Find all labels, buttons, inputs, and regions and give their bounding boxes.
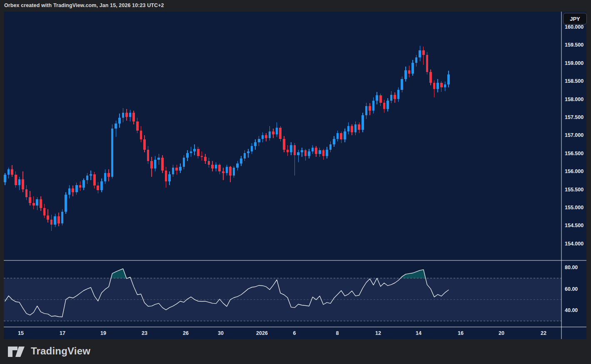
time-label: 20 xyxy=(499,330,504,336)
candle-up xyxy=(82,180,85,187)
candle-down xyxy=(358,124,360,130)
price-tick-label: 155.000 xyxy=(565,205,584,210)
candle-up xyxy=(115,124,117,129)
candle-down xyxy=(379,95,382,102)
candle-up xyxy=(240,158,242,163)
candle-up xyxy=(344,131,346,139)
candle-up xyxy=(65,195,67,212)
candle-down xyxy=(97,186,99,190)
price-tick-label: 160.000 xyxy=(565,24,584,30)
candle-down xyxy=(394,95,396,99)
candle-up xyxy=(308,151,310,156)
candle-up xyxy=(179,167,182,171)
candle-down xyxy=(429,72,432,83)
price-tick-label: 156.500 xyxy=(565,151,584,156)
candle-up xyxy=(36,199,38,206)
candle-down xyxy=(29,197,31,203)
candle-down xyxy=(408,70,411,74)
candle-up xyxy=(75,185,78,192)
candle-down xyxy=(229,167,232,176)
candle-up xyxy=(269,131,271,138)
time-label: 19 xyxy=(100,330,106,336)
price-tick-label: 154.500 xyxy=(565,223,584,228)
candle-up xyxy=(190,151,192,153)
candle-up xyxy=(247,151,249,153)
candle-up xyxy=(276,128,278,134)
candle-up xyxy=(157,158,160,160)
candle-down xyxy=(57,216,60,223)
time-label: 14 xyxy=(416,330,421,336)
candle-up xyxy=(354,124,357,132)
candle-up xyxy=(172,168,175,174)
candle-down xyxy=(143,139,146,149)
chart-area[interactable]: 160.000159.500159.000158.500158.000157.5… xyxy=(4,12,586,339)
candle-down xyxy=(340,133,342,139)
candle-down xyxy=(132,113,135,121)
candle-down xyxy=(218,165,221,171)
candle-down xyxy=(426,55,429,72)
candle-up xyxy=(297,152,299,155)
candle-up xyxy=(401,79,403,90)
candle-down xyxy=(136,121,139,131)
candle-down xyxy=(40,199,42,208)
candle-up xyxy=(376,95,378,101)
candle-up xyxy=(290,145,292,152)
candle-up xyxy=(90,174,92,176)
candle-down xyxy=(272,131,274,134)
candle-up xyxy=(301,150,303,152)
candle-down xyxy=(279,128,282,139)
candle-up xyxy=(154,160,157,168)
candle-down xyxy=(25,189,28,197)
candle-down xyxy=(150,161,153,168)
candle-up xyxy=(68,188,71,195)
candle-up xyxy=(258,139,260,143)
candle-down xyxy=(47,215,49,220)
candle-up xyxy=(226,167,228,173)
time-label: 2026 xyxy=(256,330,268,336)
candle-up xyxy=(337,133,339,139)
chart-attribution: Orbex created with TradingView.com, Jan … xyxy=(4,2,164,11)
candle-up xyxy=(436,83,439,89)
candle-down xyxy=(204,157,207,161)
candle-up xyxy=(4,175,6,182)
candle-up xyxy=(168,174,171,181)
time-label: 15 xyxy=(18,330,24,336)
candle-down xyxy=(161,158,164,171)
candle-down xyxy=(315,148,317,154)
candle-up xyxy=(372,101,375,110)
candle-up xyxy=(319,150,321,154)
candle-up xyxy=(193,149,196,151)
candle-up xyxy=(104,173,107,181)
candle-up xyxy=(387,101,389,109)
chart-canvas[interactable]: 160.000159.500159.000158.500158.000157.5… xyxy=(4,12,586,339)
price-tick-label: 154.000 xyxy=(565,241,584,247)
candle-down xyxy=(72,188,74,192)
price-tick-label: 158.500 xyxy=(565,78,584,84)
candle-up xyxy=(129,113,132,117)
candle-down xyxy=(147,150,150,161)
candle-up xyxy=(390,95,393,101)
price-tick-label: 157.500 xyxy=(565,114,584,120)
candle-up xyxy=(397,90,400,99)
candle-up xyxy=(404,70,407,79)
candle-down xyxy=(440,83,443,87)
candle-down xyxy=(369,106,371,110)
candle-up xyxy=(362,115,364,130)
candle-up xyxy=(100,181,103,190)
candle-up xyxy=(347,126,350,131)
candle-up xyxy=(312,148,314,151)
candle-up xyxy=(118,118,121,124)
candle-down xyxy=(50,220,53,225)
candle-up xyxy=(236,163,239,168)
time-label: 16 xyxy=(458,330,464,336)
candle-down xyxy=(165,171,167,181)
candle-up xyxy=(183,158,185,167)
candle-down xyxy=(32,203,35,206)
candle-down xyxy=(265,135,267,138)
candle-up xyxy=(244,153,246,158)
price-axis-currency-badge[interactable]: JPY xyxy=(563,13,587,25)
time-label: 6 xyxy=(293,330,296,336)
candle-up xyxy=(186,153,189,157)
tradingview-logo[interactable]: TradingView xyxy=(7,344,90,358)
candle-down xyxy=(383,103,386,109)
